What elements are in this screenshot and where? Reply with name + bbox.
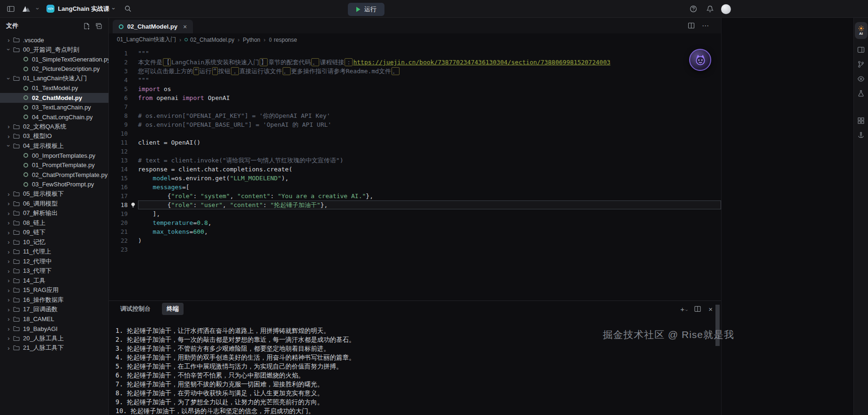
split-editor-icon[interactable] bbox=[688, 22, 695, 29]
tree-folder-item[interactable]: ›09_链下 bbox=[0, 228, 108, 238]
tree-folder-item[interactable]: ›16_操作数据库 bbox=[0, 295, 108, 305]
file-icon bbox=[184, 38, 188, 41]
code-line[interactable]: 8# os.environ["OPENAI_API_KEY"] = '你的Ope… bbox=[109, 111, 721, 120]
notifications-bell-icon[interactable] bbox=[705, 4, 715, 14]
sidebar-toggle-icon[interactable] bbox=[6, 4, 16, 14]
tree-folder-item[interactable]: ›15_RAG应用 bbox=[0, 285, 108, 295]
breadcrumb-item[interactable]: 01_LangChain快速入门 bbox=[117, 36, 176, 44]
tree-file-item[interactable]: 01_TextModel.py bbox=[0, 84, 108, 93]
tree-file-item[interactable]: 02_ChatPromptTemplate.py bbox=[0, 170, 108, 180]
code-line[interactable]: 5import os bbox=[109, 85, 721, 93]
code-line[interactable]: 14response = client.chat.completions.cre… bbox=[109, 165, 721, 174]
code-line[interactable]: 18 {"role": "user", "content": "抡起锤子加油干"… bbox=[109, 200, 721, 209]
breadcrumb: 01_LangChain快速入门›02_ChatModel.py›Python›… bbox=[109, 33, 721, 46]
tree-folder-item[interactable]: ›03_模型IO bbox=[0, 131, 108, 141]
code-line[interactable]: 23 bbox=[109, 245, 721, 254]
code-line[interactable]: 15 model=os.environ.get("LLM_MODELEND"), bbox=[109, 174, 721, 183]
user-avatar[interactable] bbox=[721, 4, 731, 14]
code-line[interactable]: 13# text = client.invoke("请给我写一句情人节红玫瑰的中… bbox=[109, 156, 721, 165]
ai-assistant-button[interactable]: AI bbox=[855, 22, 868, 39]
tree-folder-item[interactable]: ›11_代理上 bbox=[0, 247, 108, 257]
anchor-icon[interactable] bbox=[857, 131, 865, 139]
tree-file-item[interactable]: 01_PromptTemplate.py bbox=[0, 161, 108, 170]
code-line[interactable]: 4""" bbox=[109, 76, 721, 85]
beaker-icon[interactable] bbox=[857, 90, 865, 97]
app-logo-icon[interactable] bbox=[21, 4, 31, 14]
tree-folder-item[interactable]: ›.vscode bbox=[0, 35, 108, 45]
code-line[interactable]: 17 {"role": "system", "content": "You ar… bbox=[109, 192, 721, 200]
gutter-glyph bbox=[128, 102, 138, 111]
tree-folder-item[interactable]: ›08_链上 bbox=[0, 218, 108, 228]
breadcrumb-item[interactable]: ⟨⟩response bbox=[269, 37, 297, 43]
project-selector[interactable]: </> LangChain 实战课 › bbox=[44, 3, 117, 15]
tree-folder-item[interactable]: ›05_提示模板下 bbox=[0, 189, 108, 199]
tab-debug-console[interactable]: 调试控制台 bbox=[115, 303, 155, 315]
code-line[interactable]: 22) bbox=[109, 236, 721, 245]
git-branch-icon[interactable] bbox=[857, 61, 865, 68]
tab-02-chatmodel[interactable]: 02_ChatModel.py × bbox=[113, 20, 193, 33]
tree-file-item[interactable]: 01_SimpleTextGeneration.py bbox=[0, 54, 108, 64]
tree-folder-item[interactable]: ›02_文档QA系统 bbox=[0, 122, 108, 132]
folder-icon bbox=[13, 143, 20, 149]
tree-folder-item[interactable]: ›20_人脉工具上 bbox=[0, 334, 108, 344]
tree-folder-item[interactable]: ›04_提示模板上 bbox=[0, 141, 108, 151]
collapse-all-icon[interactable] bbox=[95, 23, 102, 30]
code-line[interactable]: 2本文件是【LangChain系统安装和快速入门】章节的配套代码。课程链接：ht… bbox=[109, 58, 721, 67]
new-terminal-icon[interactable]: +› bbox=[680, 305, 687, 313]
editor-more-actions-icon[interactable]: ⋯ bbox=[702, 22, 709, 30]
tree-file-item[interactable]: 00_ImportTemplates.py bbox=[0, 151, 108, 161]
tree-file-item[interactable]: 04_ChatLongChain.py bbox=[0, 112, 108, 122]
code-line[interactable]: 16 messages=[ bbox=[109, 183, 721, 192]
tree-folder-item[interactable]: ›00_开篇词_奇点时刻 bbox=[0, 45, 108, 55]
tree-folder-item[interactable]: ›21_人脉工具下 bbox=[0, 343, 108, 353]
tab-close-icon[interactable]: × bbox=[183, 23, 187, 31]
tab-bar: 02_ChatModel.py × ⋯ bbox=[109, 18, 721, 33]
tab-terminal[interactable]: 终端 bbox=[162, 303, 184, 315]
code-line[interactable]: 20 temperature=0.8, bbox=[109, 218, 721, 227]
code-line[interactable]: 11client = OpenAI() bbox=[109, 138, 721, 147]
code-line[interactable]: 3您可以点击最上方的“运行”按钮，直接运行该文件。更多操作指引请参考Readme… bbox=[109, 67, 721, 76]
tree-file-item[interactable]: 03_FewShotPrompt.py bbox=[0, 180, 108, 190]
lightbulb-icon[interactable] bbox=[131, 202, 136, 208]
breadcrumb-item[interactable]: 02_ChatModel.py bbox=[184, 37, 234, 43]
search-icon[interactable] bbox=[123, 4, 133, 14]
code-line[interactable]: 9# os.environ["OPENAI_BASE_URL"] = 'Open… bbox=[109, 120, 721, 129]
gutter-glyph bbox=[128, 165, 138, 174]
breadcrumb-item[interactable]: Python bbox=[243, 37, 260, 43]
tree-folder-item[interactable]: ›13_代理下 bbox=[0, 266, 108, 276]
close-panel-icon[interactable]: × bbox=[708, 305, 713, 313]
tree-folder-item[interactable]: ›19_BabyAGI bbox=[0, 324, 108, 334]
code-line[interactable]: 21 max_tokens=600, bbox=[109, 227, 721, 236]
logo-menu-chevron-icon[interactable]: › bbox=[35, 8, 41, 9]
tree-folder-item[interactable]: ›10_记忆 bbox=[0, 238, 108, 247]
code-editor[interactable]: 1"""2本文件是【LangChain系统安装和快速入门】章节的配套代码。课程链… bbox=[109, 46, 721, 300]
tree-folder-item[interactable]: ›12_代理中 bbox=[0, 257, 108, 267]
code-line[interactable]: 6from openai import OpenAI bbox=[109, 93, 721, 102]
line-number: 15 bbox=[109, 174, 128, 183]
tree-file-item[interactable]: 03_TextLangChain.py bbox=[0, 103, 108, 113]
python-file-icon bbox=[23, 86, 28, 91]
code-line[interactable]: 10 bbox=[109, 129, 721, 138]
folder-icon bbox=[13, 239, 20, 245]
code-line[interactable]: 1""" bbox=[109, 49, 721, 58]
tree-folder-item[interactable]: ›18_CAMEL bbox=[0, 315, 108, 324]
tree-folder-item[interactable]: ›01_LangChain快速入门 bbox=[0, 74, 108, 84]
tree-folder-item[interactable]: ›06_调用模型 bbox=[0, 199, 108, 209]
panel-layout-icon[interactable] bbox=[857, 46, 865, 54]
tree-folder-item[interactable]: ›17_回调函数 bbox=[0, 305, 108, 315]
tree-folder-item[interactable]: ›07_解析输出 bbox=[0, 208, 108, 218]
code-line[interactable]: 12 bbox=[109, 147, 721, 156]
new-file-icon[interactable] bbox=[83, 23, 90, 30]
tree-folder-item[interactable]: ›14_工具 bbox=[0, 276, 108, 286]
eye-icon[interactable] bbox=[857, 75, 865, 83]
code-line[interactable]: 7 bbox=[109, 102, 721, 111]
split-terminal-icon[interactable] bbox=[694, 306, 701, 312]
folder-icon bbox=[13, 326, 20, 331]
tree-file-item[interactable]: 02_PictureDescription.py bbox=[0, 64, 108, 74]
run-button[interactable]: 运行 bbox=[348, 3, 384, 16]
ai-assistant-avatar[interactable] bbox=[689, 49, 711, 71]
tree-file-item[interactable]: 02_ChatModel.py bbox=[0, 93, 108, 103]
code-line[interactable]: 19 ], bbox=[109, 209, 721, 218]
extensions-grid-icon[interactable] bbox=[857, 117, 865, 124]
help-icon[interactable] bbox=[688, 4, 699, 14]
